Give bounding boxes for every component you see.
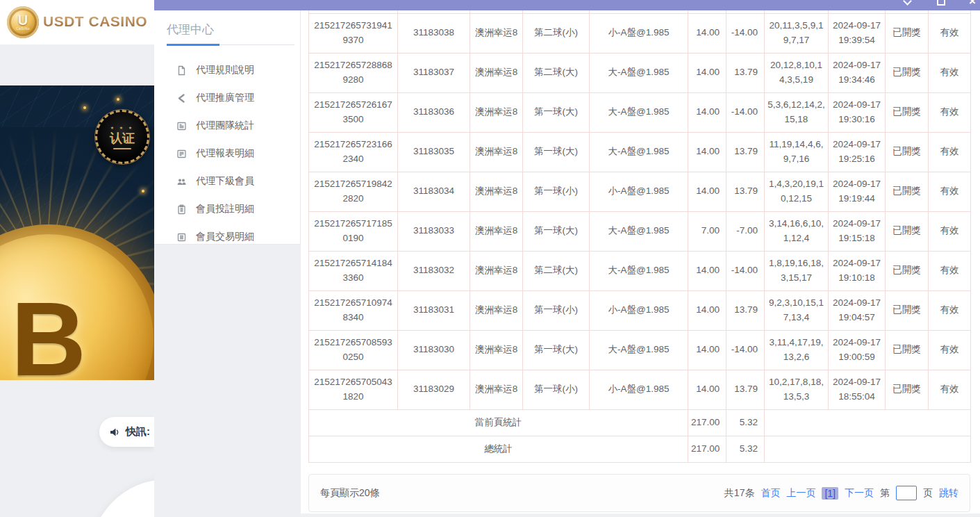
- jump-suffix-label: 页: [923, 487, 933, 500]
- cell-validity: 有效: [929, 330, 971, 370]
- cell-order-id: 2152172657198422820: [309, 172, 398, 211]
- cell-period-number: 31183037: [398, 53, 470, 92]
- brand-name[interactable]: USDT CASINO: [43, 13, 147, 30]
- next-page-link[interactable]: 下一页: [845, 487, 874, 500]
- cell-validity: 有效: [929, 251, 971, 290]
- table-row: 2152172657109748340 31183031 澳洲幸运8 第一球(小…: [309, 290, 971, 330]
- floating-widget-circle[interactable]: [90, 479, 154, 517]
- cell-draw-result: 3,14,16,6,10,1,12,4: [765, 211, 829, 251]
- share-icon: [176, 93, 187, 104]
- cell-draw-result: 1,8,19,16,18,3,15,17: [765, 251, 829, 290]
- jump-button[interactable]: 跳转: [939, 487, 958, 500]
- cell-game-name: 澳洲幸运8: [470, 132, 523, 172]
- table-row: 2152172657171850190 31183033 澳洲幸运8 第一球(大…: [309, 211, 971, 251]
- summary-winloss: 5.32: [726, 409, 765, 436]
- cell-bet-time: 2024-09-17 19:00:59: [829, 330, 886, 370]
- cell-amount: 14.00: [688, 53, 726, 92]
- sidebar-item-member-bet-detail[interactable]: 會員投註明細: [154, 195, 300, 223]
- cell-draw-result: 1,4,3,20,19,10,12,15: [765, 172, 829, 211]
- cell-order-id: 2152172657288689280: [309, 53, 398, 92]
- sidebar-menu: 代理規則說明 代理推廣管理 代理團隊統計 代理報表明細: [154, 56, 300, 251]
- cell-game-name: 澳洲幸运8: [470, 211, 523, 251]
- sidebar-item-agent-rules[interactable]: 代理規則說明: [154, 56, 300, 84]
- cell-order-id: 2152172657231662340: [309, 132, 398, 172]
- summary-amount: 217.00: [688, 409, 726, 436]
- chevron-down-icon[interactable]: [903, 0, 912, 6]
- cell-bet-time: 2024-09-17 18:55:04: [829, 370, 886, 409]
- maximize-icon[interactable]: [937, 0, 945, 6]
- sidebar-item-agent-report-detail[interactable]: 代理報表明細: [154, 140, 300, 167]
- cell-win-loss: -7.00: [726, 211, 765, 251]
- table-row: 2152172657050431820 31183029 澳洲幸运8 第一球(小…: [309, 370, 971, 409]
- cell-period-number: 31183036: [398, 92, 470, 132]
- sidebar-item-label: 會員交易明細: [196, 231, 254, 243]
- cell-period-number: 31183031: [398, 290, 470, 330]
- cell-amount: 14.00: [688, 92, 726, 132]
- cell-win-loss: -14.00: [726, 251, 765, 290]
- sidebar-item-agent-downline-members[interactable]: 代理下級會員: [154, 167, 300, 195]
- speaker-icon: [109, 427, 121, 438]
- cell-game-name: 澳洲幸运8: [470, 251, 523, 290]
- table-row: 2152172657319419370 31183038 澳洲幸运8 第二球(小…: [309, 13, 971, 53]
- team-card-icon: [176, 121, 187, 131]
- cell-validity: 有效: [929, 13, 971, 53]
- coin-small-text: CaSiNo: [16, 26, 30, 31]
- cell-game-name: 澳洲幸运8: [470, 13, 523, 53]
- cell-play-odds: 大-A盤@1.985: [590, 251, 688, 290]
- gold-speck: [142, 190, 144, 192]
- gold-speck: [117, 98, 119, 101]
- cell-period-number: 31183038: [398, 13, 470, 53]
- cell-draw-status: 已開獎: [886, 370, 929, 409]
- table-row: 2152172657085930250 31183030 澳洲幸运8 第一球(大…: [309, 330, 971, 370]
- cell-play-odds: 大-A盤@1.985: [590, 132, 688, 172]
- first-page-link[interactable]: 首页: [761, 487, 780, 500]
- cell-order-id: 2152172657261673500: [309, 92, 398, 132]
- list-icon: [176, 232, 187, 243]
- cell-period-number: 31183033: [398, 211, 470, 251]
- cell-draw-status: 已開獎: [886, 132, 929, 172]
- agent-center-sidebar: 代理中心 代理規則說明 代理推廣管理 代理團隊統計: [154, 10, 301, 245]
- table-row: 2152172657231662340 31183035 澳洲幸运8 第一球(大…: [309, 132, 971, 172]
- bitcoin-symbol: B: [11, 279, 86, 381]
- cell-order-id: 2152172657141843360: [309, 251, 398, 290]
- page-jump-input[interactable]: [896, 486, 917, 500]
- cell-bet-type: 第一球(大): [523, 132, 590, 172]
- sidebar-item-agent-promotion[interactable]: 代理推廣管理: [154, 84, 300, 112]
- cell-bet-type: 第一球(小): [523, 370, 590, 409]
- prev-page-link[interactable]: 上一页: [786, 487, 815, 500]
- cell-order-id: 2152172657319419370: [309, 13, 398, 53]
- cell-bet-time: 2024-09-17 19:34:46: [829, 53, 886, 92]
- cell-draw-result: 11,19,14,4,6,9,7,16: [765, 132, 829, 172]
- usdt-coin-logo-icon[interactable]: U CaSiNo: [7, 6, 39, 38]
- bitcoin-banner-image: B ★ ★ ★ 认证: [0, 85, 154, 380]
- cell-draw-result: 9,2,3,10,15,17,13,4: [765, 290, 829, 330]
- cell-period-number: 31183029: [398, 370, 470, 409]
- cell-bet-time: 2024-09-17 19:15:18: [829, 211, 886, 251]
- cell-bet-time: 2024-09-17 19:39:54: [829, 13, 886, 53]
- sidebar-item-label: 代理下級會員: [196, 175, 254, 188]
- cell-period-number: 31183032: [398, 251, 470, 290]
- cell-play-odds: 小-A盤@1.985: [590, 370, 688, 409]
- sidebar-item-member-transaction-detail[interactable]: 會員交易明細: [154, 223, 300, 251]
- cell-play-odds: 小-A盤@1.985: [590, 290, 688, 330]
- cell-bet-type: 第二球(大): [523, 53, 590, 92]
- cell-validity: 有效: [929, 290, 971, 330]
- close-icon[interactable]: ×: [969, 0, 976, 7]
- cell-game-name: 澳洲幸运8: [470, 53, 523, 92]
- cell-bet-type: 第一球(小): [523, 290, 590, 330]
- table-row: 2152172657141843360 31183032 澳洲幸运8 第二球(大…: [309, 251, 971, 290]
- bottom-strip: [301, 514, 980, 517]
- sidebar-title-underline: [167, 44, 294, 45]
- sidebar-item-label: 代理規則說明: [196, 64, 254, 76]
- cell-amount: 7.00: [688, 211, 726, 251]
- cell-draw-status: 已開獎: [886, 53, 929, 92]
- cell-amount: 14.00: [688, 290, 726, 330]
- cell-draw-status: 已開獎: [886, 92, 929, 132]
- cell-game-name: 澳洲幸运8: [470, 330, 523, 370]
- cell-draw-status: 已開獎: [886, 251, 929, 290]
- document-icon: [176, 65, 187, 76]
- cell-bet-type: 第一球(小): [523, 172, 590, 211]
- current-page-indicator[interactable]: [1]: [822, 487, 838, 500]
- sidebar-item-agent-team-stats[interactable]: 代理團隊統計: [154, 112, 300, 140]
- cell-game-name: 澳洲幸运8: [470, 92, 523, 132]
